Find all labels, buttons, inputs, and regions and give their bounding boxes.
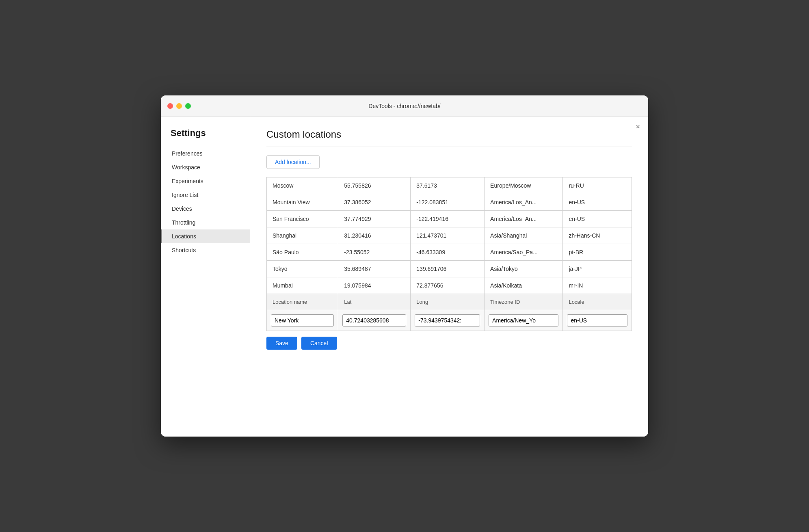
long-cell: -122.419416 xyxy=(411,211,485,227)
close-traffic-light[interactable] xyxy=(167,103,173,109)
main-content: × Custom locations Add location... Mosco… xyxy=(250,117,648,437)
timezone-cell: America/Los_An... xyxy=(485,211,563,227)
lat-input-cell xyxy=(338,310,411,331)
long-cell: 72.877656 xyxy=(411,277,485,294)
table-row: Moscow 55.755826 37.6173 Europe/Moscow r… xyxy=(267,177,632,194)
long-cell: -122.083851 xyxy=(411,194,485,211)
sidebar-title: Settings xyxy=(161,125,250,147)
sidebar-item-locations[interactable]: Locations xyxy=(161,229,250,243)
table-row: San Francisco 37.774929 -122.419416 Amer… xyxy=(267,211,632,227)
long-input-cell xyxy=(411,310,485,331)
locale-cell: ja-JP xyxy=(563,261,632,277)
timezone-cell: Asia/Kolkata xyxy=(485,277,563,294)
sidebar-item-shortcuts[interactable]: Shortcuts xyxy=(161,243,250,257)
locale-cell: mr-IN xyxy=(563,277,632,294)
table-row: Mountain View 37.386052 -122.083851 Amer… xyxy=(267,194,632,211)
lat-cell: 37.386052 xyxy=(338,194,411,211)
locale-cell: ru-RU xyxy=(563,177,632,194)
minimize-traffic-light[interactable] xyxy=(176,103,182,109)
timezone-cell: America/Los_An... xyxy=(485,194,563,211)
timezone-cell: Asia/Tokyo xyxy=(485,261,563,277)
form-input-row xyxy=(267,310,632,331)
long-cell: 139.691706 xyxy=(411,261,485,277)
long-cell: 37.6173 xyxy=(411,177,485,194)
location-name-cell: Shanghai xyxy=(267,227,338,244)
timezone-input-cell xyxy=(485,310,563,331)
sidebar-item-devices[interactable]: Devices xyxy=(161,202,250,216)
location-name-input[interactable] xyxy=(271,314,334,327)
location-name-cell: Mumbai xyxy=(267,277,338,294)
sidebar-item-experiments[interactable]: Experiments xyxy=(161,174,250,188)
cancel-button[interactable]: Cancel xyxy=(301,337,337,350)
col-header-long: Long xyxy=(411,294,485,310)
timezone-cell: Asia/Shanghai xyxy=(485,227,563,244)
divider xyxy=(266,147,632,147)
lat-cell: 19.075984 xyxy=(338,277,411,294)
sidebar-item-workspace[interactable]: Workspace xyxy=(161,160,250,174)
devtools-window: DevTools - chrome://newtab/ Settings Pre… xyxy=(161,95,648,437)
table-row: Mumbai 19.075984 72.877656 Asia/Kolkata … xyxy=(267,277,632,294)
locale-input-cell xyxy=(563,310,632,331)
page-title: Custom locations xyxy=(266,129,632,140)
long-input[interactable] xyxy=(415,314,480,327)
locale-cell: en-US xyxy=(563,211,632,227)
col-header-locale: Locale xyxy=(563,294,632,310)
lat-cell: 35.689487 xyxy=(338,261,411,277)
lat-cell: 37.774929 xyxy=(338,211,411,227)
sidebar-item-preferences[interactable]: Preferences xyxy=(161,147,250,160)
sidebar-item-throttling[interactable]: Throttling xyxy=(161,216,250,229)
locale-cell: pt-BR xyxy=(563,244,632,261)
locale-input[interactable] xyxy=(567,314,627,327)
lat-cell: 55.755826 xyxy=(338,177,411,194)
locale-cell: zh-Hans-CN xyxy=(563,227,632,244)
close-button[interactable]: × xyxy=(636,123,640,130)
col-header-lat: Lat xyxy=(338,294,411,310)
location-name-cell: San Francisco xyxy=(267,211,338,227)
lat-input[interactable] xyxy=(342,314,406,327)
location-name-cell: Tokyo xyxy=(267,261,338,277)
location-name-cell: São Paulo xyxy=(267,244,338,261)
sidebar-item-ignore-list[interactable]: Ignore List xyxy=(161,188,250,202)
table-header-row: Location name Lat Long Timezone ID Local… xyxy=(267,294,632,310)
col-header-timezone: Timezone ID xyxy=(485,294,563,310)
titlebar: DevTools - chrome://newtab/ xyxy=(161,95,648,117)
locale-cell: en-US xyxy=(563,194,632,211)
form-buttons: Save Cancel xyxy=(266,337,632,350)
window-content: Settings Preferences Workspace Experimen… xyxy=(161,117,648,437)
timezone-cell: America/Sao_Pa... xyxy=(485,244,563,261)
traffic-lights xyxy=(167,103,191,109)
maximize-traffic-light[interactable] xyxy=(185,103,191,109)
table-row: Shanghai 31.230416 121.473701 Asia/Shang… xyxy=(267,227,632,244)
table-row: Tokyo 35.689487 139.691706 Asia/Tokyo ja… xyxy=(267,261,632,277)
location-name-input-cell xyxy=(267,310,338,331)
save-button[interactable]: Save xyxy=(266,337,297,350)
lat-cell: 31.230416 xyxy=(338,227,411,244)
lat-cell: -23.55052 xyxy=(338,244,411,261)
timezone-cell: Europe/Moscow xyxy=(485,177,563,194)
timezone-input[interactable] xyxy=(489,314,558,327)
table-row: São Paulo -23.55052 -46.633309 America/S… xyxy=(267,244,632,261)
long-cell: -46.633309 xyxy=(411,244,485,261)
long-cell: 121.473701 xyxy=(411,227,485,244)
window-title: DevTools - chrome://newtab/ xyxy=(368,103,440,109)
location-name-cell: Moscow xyxy=(267,177,338,194)
sidebar: Settings Preferences Workspace Experimen… xyxy=(161,117,250,437)
col-header-name: Location name xyxy=(267,294,338,310)
location-name-cell: Mountain View xyxy=(267,194,338,211)
add-location-button[interactable]: Add location... xyxy=(266,155,320,169)
locations-table: Moscow 55.755826 37.6173 Europe/Moscow r… xyxy=(266,177,632,331)
